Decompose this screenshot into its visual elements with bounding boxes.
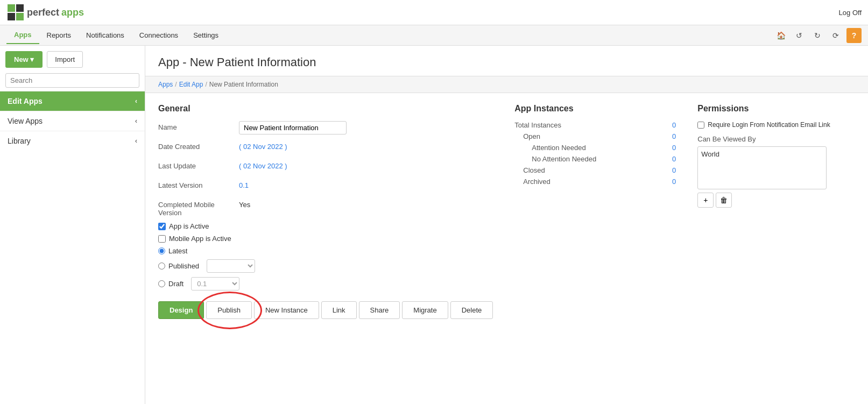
draft-radio[interactable]	[158, 280, 165, 287]
field-label-name: Name	[158, 121, 239, 131]
breadcrumb-current: New Patient Information	[209, 81, 278, 88]
can-be-viewed-label: Can Be Viewed By	[697, 135, 848, 143]
sidebar-item-edit-apps[interactable]: Edit Apps ‹	[0, 91, 145, 111]
layout: New ▾ Import Edit Apps ‹ View Apps ‹ Lib…	[0, 46, 868, 404]
latest-radio[interactable]	[158, 247, 165, 254]
help-icon-btn[interactable]: ?	[846, 28, 862, 43]
open-count: 0	[672, 132, 676, 140]
instances-section: App Instances Total Instances 0 Open 0 A…	[514, 104, 676, 319]
closed-count: 0	[672, 166, 676, 174]
design-button[interactable]: Design	[158, 301, 204, 319]
breadcrumb-sep-2: /	[205, 81, 207, 88]
chevron-left-icon-3: ‹	[135, 137, 137, 145]
sidebar-view-apps-label: View Apps	[8, 117, 43, 125]
published-radio-row: Published	[158, 259, 493, 273]
migrate-button[interactable]: Migrate	[402, 301, 448, 319]
home-icon-btn[interactable]: 🏠	[773, 28, 788, 43]
logo-icon	[6, 3, 25, 22]
mobile-app-is-active-label: Mobile App is Active	[169, 235, 231, 243]
require-login-row: Require Login From Notification Email Li…	[697, 121, 848, 129]
breadcrumb-sep-1: /	[175, 81, 177, 88]
mobile-app-is-active-row: Mobile App is Active	[158, 235, 493, 243]
instances-title: App Instances	[514, 104, 676, 114]
app-is-active-row: App is Active	[158, 222, 493, 230]
field-label-latest-version: Latest Version	[158, 179, 239, 189]
instance-row-open: Open 0	[514, 132, 676, 140]
instance-row-closed: Closed 0	[514, 166, 676, 174]
draft-select[interactable]: 0.1	[191, 277, 239, 290]
main-content: App - New Patient Information Apps / Edi…	[145, 46, 868, 404]
new-instance-button[interactable]: New Instance	[254, 301, 319, 319]
chevron-left-icon-2: ‹	[135, 117, 137, 125]
archived-count: 0	[672, 178, 676, 186]
field-row-completed-mobile: Completed MobileVersion Yes	[158, 199, 493, 217]
field-label-last-update: Last Update	[158, 160, 239, 170]
refresh-icon-btn[interactable]: ↻	[810, 28, 825, 43]
navbar-icons: 🏠 ↺ ↻ ⟳ ?	[773, 28, 862, 43]
delete-button[interactable]: Delete	[450, 301, 493, 319]
instance-row-attention: Attention Needed 0	[514, 144, 676, 152]
latest-radio-row: Latest	[158, 247, 493, 255]
logo-text-plain: perfect	[27, 7, 59, 18]
field-row-name: Name	[158, 121, 493, 135]
add-permission-button[interactable]: +	[697, 193, 714, 208]
total-instances-count: 0	[672, 121, 676, 129]
closed-label: Closed	[514, 166, 545, 174]
action-buttons: Design Publish New Instance Link Share M…	[158, 301, 493, 319]
mobile-app-is-active-checkbox[interactable]	[158, 235, 166, 243]
breadcrumb-apps[interactable]: Apps	[158, 81, 173, 88]
draft-radio-row: Draft 0.1	[158, 277, 493, 290]
publish-button[interactable]: Publish	[206, 301, 252, 319]
completed-mobile-value: Yes	[239, 199, 250, 209]
permissions-title: Permissions	[697, 104, 848, 114]
field-label-date-created: Date Created	[158, 140, 239, 151]
topbar: perfectapps Log Off	[0, 0, 868, 25]
publish-circle-wrapper: Publish	[206, 301, 252, 319]
field-row-latest-version: Latest Version 0.1	[158, 179, 493, 193]
app-is-active-checkbox[interactable]	[158, 223, 166, 230]
svg-rect-0	[8, 4, 15, 12]
nav-reports[interactable]: Reports	[39, 27, 79, 44]
name-input[interactable]	[239, 121, 347, 134]
delete-permission-button[interactable]: 🗑	[716, 193, 732, 208]
page-title: App - New Patient Information	[158, 55, 855, 69]
general-section: General Name Date Created ( 02 Nov 2022 …	[158, 104, 493, 319]
logo: perfectapps	[6, 3, 84, 22]
search-input[interactable]	[5, 73, 139, 88]
topbar-right: Log Off	[839, 9, 862, 17]
share-button[interactable]: Share	[359, 301, 400, 319]
nav-settings[interactable]: Settings	[186, 27, 226, 44]
instance-row-no-attention: No Attention Needed 0	[514, 155, 676, 163]
undo-icon-btn[interactable]: ↺	[792, 28, 807, 43]
instance-row-archived: Archived 0	[514, 178, 676, 186]
logoff-link[interactable]: Log Off	[839, 9, 862, 17]
published-label: Published	[168, 262, 199, 270]
draft-label: Draft	[168, 280, 184, 288]
field-row-last-update: Last Update ( 02 Nov 2022 )	[158, 160, 493, 174]
content-area: General Name Date Created ( 02 Nov 2022 …	[145, 93, 868, 330]
latest-label: Latest	[168, 247, 187, 255]
open-label: Open	[514, 132, 540, 140]
general-title: General	[158, 104, 493, 114]
nav-apps[interactable]: Apps	[6, 26, 39, 44]
attention-needed-count: 0	[672, 144, 676, 152]
sync-icon-btn[interactable]: ⟳	[828, 28, 843, 43]
nav-notifications[interactable]: Notifications	[79, 27, 132, 44]
sidebar-item-view-apps[interactable]: View Apps ‹	[0, 111, 145, 131]
can-be-viewed-list: World	[697, 146, 827, 189]
svg-rect-2	[8, 13, 15, 20]
instance-row-total: Total Instances 0	[514, 121, 676, 129]
archived-label: Archived	[514, 178, 551, 186]
nav-connections[interactable]: Connections	[132, 27, 186, 44]
sidebar-item-library[interactable]: Library ‹	[0, 131, 145, 151]
import-button[interactable]: Import	[47, 51, 83, 68]
new-button[interactable]: New ▾	[5, 51, 43, 68]
app-is-active-label: App is Active	[169, 222, 209, 230]
published-radio[interactable]	[158, 263, 165, 270]
breadcrumb-edit-app[interactable]: Edit App	[179, 81, 203, 88]
published-select[interactable]	[207, 259, 255, 273]
link-button[interactable]: Link	[321, 301, 357, 319]
no-attention-label: No Attention Needed	[514, 155, 596, 163]
require-login-checkbox[interactable]	[697, 122, 704, 129]
page-header: App - New Patient Information	[145, 46, 868, 76]
